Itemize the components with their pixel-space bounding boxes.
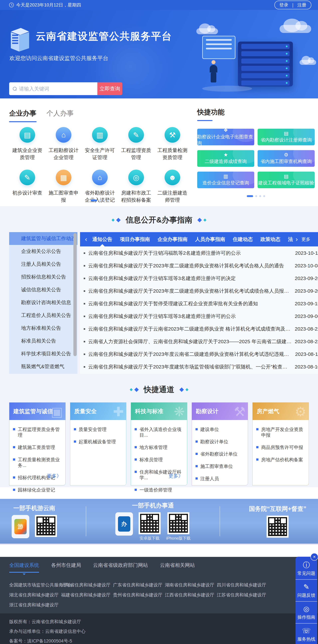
service-item[interactable]: ◎房建和市政工程招投标备案 bbox=[118, 170, 154, 204]
news-item-title[interactable]: 云南省人力资源社会保障厅、云南省住房和城乡建设厅关于2023——2025 年云南… bbox=[88, 338, 292, 345]
login-register-button[interactable]: 登录 ｜ 注册 bbox=[274, 1, 311, 9]
channel-card-header[interactable]: 勘察设计⚒ bbox=[192, 402, 248, 420]
news-item-title[interactable]: 云南省住房和城乡建设厅关于注销车瑶等3名建造师注册许可的公示 bbox=[88, 313, 292, 320]
news-item-title[interactable]: 云南省住房和城乡建设厅关于2023年度二级建造师执业资格计算机化考试合格人员的通… bbox=[88, 262, 292, 269]
service-item[interactable]: ⚒工程质量检测资质管理 bbox=[154, 127, 191, 161]
channel-card-item[interactable]: 省外入滇造价企业项目... bbox=[135, 427, 183, 438]
news-tab[interactable]: 政策动态 bbox=[260, 232, 280, 246]
service-item[interactable]: ▥安全生产许可证管理 bbox=[82, 127, 118, 161]
footer-link[interactable]: 江苏省住房和城乡建设厅 bbox=[217, 592, 269, 598]
news-item-title[interactable]: 云南省住房和城乡建设厅关于暂停受理建设工程企业资质审批有关业务的通知 bbox=[88, 300, 292, 307]
footer-tab[interactable]: 各州市住建局 bbox=[51, 562, 81, 573]
sidebar-item[interactable]: 瓶装燃气&管道燃气 bbox=[9, 360, 77, 373]
sidebar-item[interactable]: 注册人员相关公告 bbox=[9, 258, 77, 270]
service-item[interactable]: ▦施工图审查申报 bbox=[46, 170, 82, 204]
news-tab[interactable]: 通知公告 bbox=[92, 232, 112, 246]
news-item[interactable]: 云南省住房和城乡建设厅关于云南省2023年二级建造师执业资 格计算机化考试成绩查… bbox=[84, 322, 318, 335]
channel-card-item[interactable]: 建设单位 bbox=[195, 427, 244, 432]
service-item[interactable]: ⌂工程勘察设计企业管理 bbox=[46, 127, 82, 161]
close-icon[interactable]: × bbox=[310, 553, 318, 561]
channel-card-item[interactable]: 建筑施工资质管理 bbox=[13, 445, 62, 450]
channel-card-item[interactable]: 工程质量检测资质业务... bbox=[13, 457, 62, 468]
news-item-title[interactable]: 云南省住房和城乡建设厅关于2023年度云南省二级建造师执业资格计算机化考试违纪违… bbox=[88, 351, 292, 358]
footer-tab[interactable]: 全国建设系统 bbox=[9, 562, 39, 573]
news-item-title[interactable]: 云南省住房和城乡建设厅关于注销冯福凯等2名建造师注册许可的公示 bbox=[88, 250, 292, 256]
channel-card-item[interactable]: 地方标准管理 bbox=[135, 445, 183, 450]
float-item-compass[interactable]: ◎操作指南 bbox=[295, 601, 317, 623]
sidebar-item[interactable]: 工程造价人员相关公告 bbox=[9, 309, 77, 322]
footer-link[interactable]: 江西省住房和城乡建设厅 bbox=[165, 592, 217, 598]
services-tab-1[interactable]: 个人办事 bbox=[47, 109, 74, 122]
channel-card-header[interactable]: 科技与标准❋ bbox=[131, 402, 187, 420]
news-item[interactable]: 云南省住房和城乡建设厅关于2023年度云南省二级建造师执业资格计算机化考试违纪违… bbox=[84, 348, 318, 360]
sidebar-item[interactable]: 科学技术项目相关公告 bbox=[9, 347, 77, 360]
footer-link[interactable]: 福建省住房和城乡建设厅 bbox=[61, 592, 113, 598]
footer-link[interactable]: 广东省住房和城乡建设厅 bbox=[113, 582, 165, 588]
news-item[interactable]: 云南省住房和城乡建设厅关于注销车瑶等3名建造师注册许可的公示2023-09-06 bbox=[84, 310, 318, 322]
quick-function-button[interactable]: ❖勘察设计企业电子出图章查询 bbox=[197, 129, 254, 145]
news-item-title[interactable]: 云南省住房和城乡建设厅关于注销车瑶等3名建造师注册许可的决定 bbox=[88, 275, 292, 282]
sidebar-item[interactable]: 企业相关公示公告 bbox=[9, 245, 77, 258]
news-item-title[interactable]: 云南省住房和城乡建设厅关于云南省2023年二级建造师执业资 格计算机化考试成绩查… bbox=[88, 326, 292, 332]
footer-link[interactable]: 全国建筑市场监管公共服务平台 bbox=[9, 582, 61, 588]
service-item[interactable]: ▤建筑业企业资质管理 bbox=[9, 127, 46, 161]
quick-function-button[interactable]: ▤建设工程领域电子证照核验 bbox=[258, 172, 315, 188]
service-item[interactable]: ✎工程监理资质管理 bbox=[118, 127, 154, 161]
footer-link[interactable]: 云南省住房和城乡建设厅 bbox=[61, 582, 113, 588]
service-item[interactable]: ✎初步设计审查 bbox=[9, 170, 46, 204]
channel-card-item[interactable]: 标准员管理 bbox=[135, 457, 183, 462]
services-tab-0[interactable]: 企业办事 bbox=[9, 109, 37, 122]
channel-card-item[interactable]: 质量安全管理 bbox=[74, 427, 123, 432]
card-more-link[interactable]: 更多》 bbox=[47, 473, 61, 480]
footer-link[interactable]: 浙江省住房和城乡建设厅 bbox=[9, 602, 61, 608]
news-item[interactable]: 云南省人力资源社会保障厅、云南省住房和城乡建设厅关于2023——2025 年云南… bbox=[84, 335, 318, 348]
channel-card-item[interactable]: 勘察设计单位 bbox=[195, 439, 244, 445]
chevron-left-icon[interactable]: ‹ bbox=[84, 236, 89, 243]
quick-function-button[interactable]: ⚙省内施工图审查机构查询 bbox=[258, 150, 315, 167]
quick-function-button[interactable]: ▥造价企业信息登记查询 bbox=[197, 172, 254, 188]
login-link[interactable]: 登录 bbox=[279, 2, 288, 8]
footer-link[interactable]: 贵州省住房和城乡建设厅 bbox=[113, 592, 165, 598]
sidebar-item[interactable]: 诚信信息相关公告 bbox=[9, 283, 77, 296]
card-more-link[interactable]: 更多》 bbox=[169, 473, 183, 480]
quick-functions-carousel-dots[interactable] bbox=[197, 195, 315, 197]
search-input[interactable] bbox=[19, 86, 94, 92]
channel-card-item[interactable]: 起重机械设备管理 bbox=[74, 439, 123, 445]
footer-tab[interactable]: 云南省相关网站 bbox=[160, 562, 195, 573]
channel-card-item[interactable]: 一级造价师管理 bbox=[135, 487, 183, 493]
news-item[interactable]: 云南省住房和城乡建设厅关于2023年度建筑市场监管领域省级部门“双随机、一公开”… bbox=[84, 360, 318, 373]
sidebar-item[interactable]: 地方标准相关公告 bbox=[9, 322, 77, 334]
service-item[interactable]: ☻二级注册建造师管理 bbox=[154, 170, 191, 204]
float-item-phone[interactable]: ☏服务热线 bbox=[295, 623, 317, 644]
sidebar-item[interactable]: 房产交易相关信息 bbox=[9, 373, 77, 374]
sidebar-scrollbar[interactable] bbox=[73, 233, 77, 356]
service-item[interactable]: ⌂省外勘察设计企业入滇登记 bbox=[82, 170, 118, 204]
chevron-right-icon[interactable]: › bbox=[294, 236, 299, 243]
channel-card-item[interactable]: 房地产估价机构备案 bbox=[256, 457, 305, 462]
channel-card-item[interactable]: 省外勘察设计单位 bbox=[195, 451, 244, 457]
float-item-edit[interactable]: ✎问题反馈 bbox=[295, 579, 317, 601]
channel-card-header[interactable]: 房产燃气⚙ bbox=[253, 402, 309, 420]
quick-function-button[interactable]: ▤省内勘察设计注册师查询 bbox=[258, 129, 315, 145]
channel-card-item[interactable]: 施工图审查单位 bbox=[195, 464, 244, 469]
news-tab[interactable]: 人员办事指南 bbox=[195, 232, 225, 246]
channel-card-item[interactable]: 园林绿化企业登记 bbox=[13, 487, 62, 493]
news-item[interactable]: 云南省住房和城乡建设厅关于注销冯福凯等2名建造师注册许可的公示2023-10-1… bbox=[84, 247, 318, 260]
news-tab[interactable]: 住建动态 bbox=[233, 232, 253, 246]
footer-link[interactable]: 湖南省住房和城乡建设厅 bbox=[165, 582, 217, 588]
sidebar-item[interactable]: 勘察设计咨询相关信息 bbox=[9, 296, 77, 309]
news-tab[interactable]: 法 bbox=[288, 232, 294, 246]
news-item[interactable]: 云南省住房和城乡建设厅关于注销车瑶等3名建造师注册许可的决定2023-09-26 bbox=[84, 272, 318, 285]
quick-function-button[interactable]: ★二级建造师成绩查询 bbox=[197, 150, 254, 167]
channel-card-item[interactable]: 房地产开发企业资质申报 bbox=[256, 427, 305, 438]
sidebar-item[interactable]: 建筑监管与诚信工作动态 bbox=[9, 232, 77, 245]
channel-card-item[interactable]: 工程监理资质业务管理 bbox=[13, 427, 62, 438]
news-tab[interactable]: 项目办事指南 bbox=[120, 232, 150, 246]
news-item[interactable]: 云南省住房和城乡建设厅关于暂停受理建设工程企业资质审批有关业务的通知2023-0… bbox=[84, 297, 318, 310]
footer-link[interactable]: 湖北省住房和城乡建设厅 bbox=[9, 592, 61, 598]
channel-card-header[interactable]: 建筑监管与诚信▣ bbox=[9, 402, 65, 420]
channel-card-item[interactable]: 商品房预售许可申报 bbox=[256, 445, 305, 450]
sidebar-item[interactable]: 招投标信息相关公告 bbox=[9, 270, 77, 283]
news-item[interactable]: 云南省住房和城乡建设厅关于2023年度二级建造师执业资格计算机化考试合格人员的通… bbox=[84, 260, 318, 272]
register-link[interactable]: 注册 bbox=[297, 2, 306, 8]
